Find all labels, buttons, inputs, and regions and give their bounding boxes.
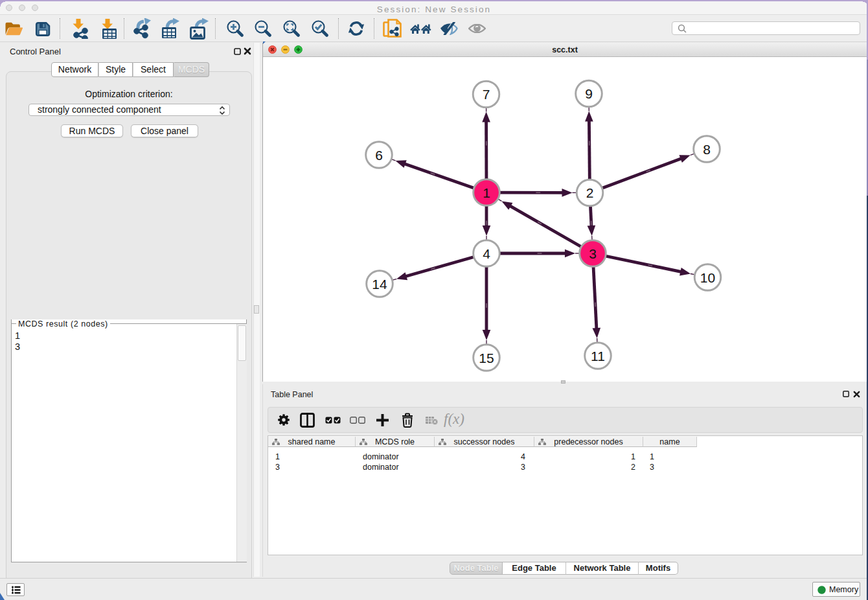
svg-text:6: 6 [375, 148, 383, 163]
svg-text:3: 3 [589, 246, 597, 261]
svg-text:7: 7 [483, 87, 490, 102]
svg-text:8: 8 [703, 142, 711, 157]
svg-text:1: 1 [483, 185, 490, 200]
svg-text:9: 9 [585, 86, 593, 101]
svg-text:14: 14 [372, 277, 387, 292]
svg-text:4: 4 [483, 246, 490, 261]
svg-text:11: 11 [591, 349, 605, 363]
svg-text:10: 10 [700, 270, 715, 285]
svg-text:15: 15 [479, 351, 494, 365]
svg-text:2: 2 [586, 185, 594, 200]
